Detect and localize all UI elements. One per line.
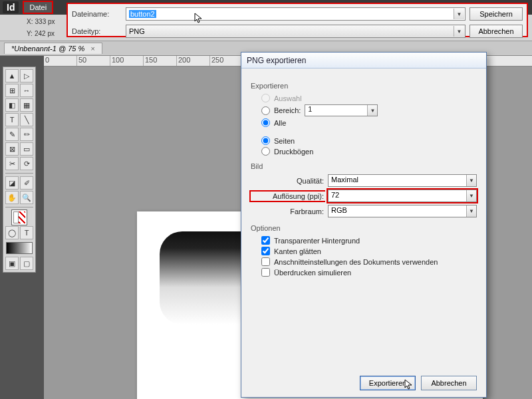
- pen-tool-icon[interactable]: ✎: [5, 128, 19, 141]
- toolbox: ▲ ▷ ⊞ ↔ ◧ ▦ T ╲ ✎ ✏ ⊠ ▭ ✂ ⟳ ◪ ✐ ✋ 🔍 ◯ T …: [3, 66, 36, 273]
- quality-value: Maximal: [331, 176, 358, 184]
- check-kanten[interactable]: Kanten glätten: [261, 247, 477, 255]
- colorspace-select[interactable]: RGB▼: [328, 205, 477, 217]
- coord-y-label: Y:: [27, 30, 33, 37]
- save-button[interactable]: Speichern: [469, 7, 523, 21]
- coord-x-label: X:: [27, 18, 33, 25]
- quality-label: Qualität:: [251, 177, 324, 185]
- filetype-select[interactable]: PNG ▼: [126, 25, 466, 38]
- zoom-tool-icon[interactable]: 🔍: [20, 191, 33, 204]
- filename-dropdown-icon[interactable]: ▼: [454, 9, 464, 19]
- radio-bereich-input[interactable]: [261, 106, 270, 115]
- rectangle-frame-icon[interactable]: ⊠: [5, 142, 19, 156]
- check-anschnitt[interactable]: Anschnitteinstellungen des Dokuments ver…: [261, 257, 477, 266]
- view-mode-normal-icon[interactable]: ▣: [5, 257, 19, 270]
- document-tab[interactable]: *Unbenannt-1 @ 75 % ×: [4, 43, 102, 54]
- resolution-label: Auflösung (ppi):: [249, 190, 325, 202]
- file-save-panel: Dateiname: button2 ▼ Speichern Dateityp:…: [66, 3, 528, 37]
- ruler-tick: 100: [110, 56, 144, 66]
- page-tool-icon[interactable]: ⊞: [5, 84, 19, 97]
- check-ueber-label: Überdrucken simulieren: [274, 269, 351, 277]
- dialog-cancel-button[interactable]: Abbrechen: [421, 376, 477, 390]
- gradient-tool-icon[interactable]: ◪: [5, 176, 19, 190]
- ruler-tick: 0: [44, 56, 77, 66]
- pencil-tool-icon[interactable]: ✏: [20, 128, 33, 141]
- colorspace-label: Farbraum:: [251, 207, 324, 215]
- check-anschnitt-input[interactable]: [261, 257, 270, 266]
- check-anschnitt-label: Anschnitteinstellungen des Dokuments ver…: [274, 258, 438, 266]
- filename-value: button2: [129, 10, 156, 18]
- ruler-tick: 50: [77, 56, 110, 66]
- chevron-down-icon[interactable]: ▼: [466, 205, 476, 217]
- chevron-down-icon[interactable]: ▼: [466, 190, 476, 201]
- filetype-dropdown-icon[interactable]: ▼: [454, 26, 464, 37]
- filetype-label: Dateityp:: [72, 27, 122, 35]
- bereich-value: 1: [308, 105, 312, 113]
- quality-select[interactable]: Maximal▼: [328, 174, 477, 187]
- gradient-swatch[interactable]: [5, 241, 33, 255]
- ruler-tick: 250: [210, 56, 243, 66]
- radio-bereich[interactable]: Bereich: 1▼: [261, 104, 477, 116]
- filename-input[interactable]: button2 ▼: [126, 7, 466, 21]
- selection-tool-icon[interactable]: ▲: [5, 69, 19, 82]
- resolution-value: 72: [331, 191, 339, 199]
- resolution-select[interactable]: 72▼: [328, 190, 477, 202]
- section-bild: Bild: [251, 162, 477, 170]
- check-ueberdrucken[interactable]: Überdrucken simulieren: [261, 268, 477, 277]
- formatting-container-icon[interactable]: ◯: [5, 226, 19, 239]
- radio-seiten-input[interactable]: [261, 136, 270, 145]
- radio-druck-input[interactable]: [261, 147, 270, 156]
- check-kanten-input[interactable]: [261, 247, 270, 255]
- app-logo: Id: [3, 1, 19, 13]
- menu-datei[interactable]: Datei: [23, 1, 53, 14]
- transform-tool-icon[interactable]: ⟳: [20, 157, 33, 170]
- gap-tool-icon[interactable]: ↔: [20, 84, 33, 97]
- coord-x-value: 333 px: [35, 18, 55, 25]
- check-trans-input[interactable]: [261, 236, 270, 245]
- type-tool-icon[interactable]: T: [5, 113, 19, 126]
- cancel-button[interactable]: Abbrechen: [469, 25, 523, 38]
- radio-auswahl: Auswahl: [261, 94, 477, 102]
- colorspace-value: RGB: [331, 206, 347, 214]
- radio-alle-input[interactable]: [261, 118, 270, 127]
- scissors-tool-icon[interactable]: ✂: [5, 157, 19, 170]
- check-trans-label: Transparenter Hintergrund: [274, 237, 360, 245]
- radio-auswahl-input: [261, 94, 270, 102]
- content-placer-icon[interactable]: ▦: [20, 98, 33, 112]
- section-exportieren: Exportieren: [251, 82, 477, 90]
- bereich-select[interactable]: 1▼: [305, 104, 378, 116]
- document-tab-title: *Unbenannt-1 @ 75 %: [11, 45, 84, 53]
- filetype-value: PNG: [129, 27, 145, 35]
- dialog-title: PNG exportieren: [241, 53, 486, 68]
- view-mode-preview-icon[interactable]: ▢: [20, 257, 33, 270]
- radio-druckboegen[interactable]: Druckbögen: [261, 147, 477, 156]
- fill-stroke-swatch[interactable]: [5, 210, 33, 225]
- separator: [5, 207, 33, 207]
- export-button[interactable]: Exportieren: [360, 376, 416, 390]
- rectangle-tool-icon[interactable]: ▭: [20, 142, 33, 156]
- eyedropper-tool-icon[interactable]: ✐: [20, 176, 33, 190]
- filename-label: Dateiname:: [72, 10, 122, 18]
- check-ueber-input[interactable]: [261, 268, 270, 277]
- chevron-down-icon[interactable]: ▼: [367, 105, 377, 116]
- formatting-text-icon[interactable]: T: [20, 226, 33, 239]
- check-kanten-label: Kanten glätten: [274, 247, 321, 255]
- ruler-tick: 150: [144, 56, 177, 66]
- radio-druck-label: Druckbögen: [274, 148, 313, 156]
- radio-seiten-label: Seiten: [274, 137, 295, 145]
- separator: [5, 173, 33, 174]
- png-export-dialog: PNG exportieren Exportieren Auswahl Bere…: [241, 52, 487, 398]
- radio-alle[interactable]: Alle: [261, 118, 477, 127]
- line-tool-icon[interactable]: ╲: [20, 113, 33, 126]
- content-tool-icon[interactable]: ◧: [5, 98, 19, 112]
- direct-selection-tool-icon[interactable]: ▷: [20, 69, 33, 82]
- radio-alle-label: Alle: [274, 119, 286, 127]
- check-trans[interactable]: Transparenter Hintergrund: [261, 236, 477, 245]
- radio-auswahl-label: Auswahl: [274, 94, 302, 102]
- chevron-down-icon[interactable]: ▼: [466, 175, 476, 186]
- section-optionen: Optionen: [251, 224, 477, 232]
- radio-bereich-label: Bereich:: [274, 106, 301, 114]
- hand-tool-icon[interactable]: ✋: [5, 191, 19, 204]
- radio-seiten[interactable]: Seiten: [261, 136, 477, 145]
- close-icon[interactable]: ×: [90, 45, 94, 53]
